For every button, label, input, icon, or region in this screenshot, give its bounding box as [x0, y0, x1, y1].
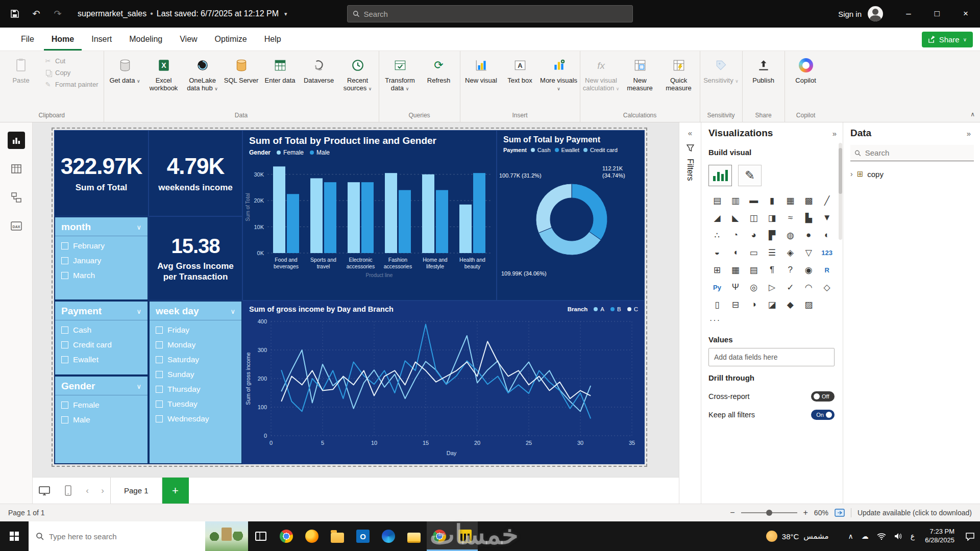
keep-all-filters-toggle[interactable]: On: [811, 410, 835, 420]
slicer-payment[interactable]: Payment∨CashCredit cardEwallet: [54, 300, 149, 375]
gauge-alt-icon[interactable]: ◠: [800, 279, 817, 295]
build-visual-mode-button[interactable]: [708, 165, 732, 186]
checkbox[interactable]: [61, 416, 68, 423]
checkbox[interactable]: [61, 257, 68, 264]
refresh-button[interactable]: ⟳ Refresh: [420, 54, 458, 84]
slicer-week-day[interactable]: week day∨FridayMondaySaturdaySundayThurs…: [149, 300, 242, 464]
taskbar-search-input[interactable]: [49, 532, 166, 541]
slicer-header[interactable]: Gender∨: [55, 377, 148, 395]
slicer-header[interactable]: month∨: [55, 217, 148, 236]
next-page-button[interactable]: ›: [95, 478, 110, 504]
recent-sources-button[interactable]: Recent sources ∨: [339, 54, 377, 92]
collapse-visualizations-icon[interactable]: »: [832, 129, 837, 138]
title-chevron-icon[interactable]: ▾: [284, 11, 287, 17]
filters-pane-collapsed[interactable]: « Filters: [679, 122, 701, 504]
hundred-stacked-column-chart-icon[interactable]: ▩: [800, 192, 817, 209]
chrome-window-icon[interactable]: [427, 521, 452, 551]
taskbar-search-box[interactable]: [29, 521, 248, 551]
qa-visual-icon[interactable]: ?: [781, 262, 799, 278]
text-box-button[interactable]: A Text box: [501, 54, 539, 84]
area-chart-icon[interactable]: ◢: [708, 210, 726, 226]
enter-data-button[interactable]: Enter data: [261, 54, 299, 84]
table-icon[interactable]: ⊞: [708, 262, 726, 278]
checkbox[interactable]: [61, 327, 68, 334]
report-page[interactable]: 322.97K Sum of Total 4.79K weekends inco…: [54, 130, 645, 464]
ribbon-chart-icon[interactable]: ≈: [781, 210, 799, 226]
chevron-down-icon[interactable]: ∨: [136, 383, 141, 390]
more-visuals-button[interactable]: More visuals ∨: [540, 54, 578, 92]
matrix-icon[interactable]: ▦: [727, 262, 744, 278]
checkbox[interactable]: [156, 386, 163, 393]
line-and-clustered-column-chart-icon[interactable]: ◨: [764, 210, 781, 226]
undo-icon[interactable]: ↶: [31, 8, 42, 19]
gauge-icon[interactable]: ◖: [727, 244, 744, 261]
publish-button[interactable]: Publish: [745, 54, 782, 84]
menu-item-home[interactable]: Home: [44, 28, 82, 51]
custom-visual-1-icon[interactable]: ◑: [745, 296, 763, 313]
menu-item-help[interactable]: Help: [257, 28, 289, 51]
legend-item[interactable]: Female: [277, 149, 304, 156]
menu-item-modeling[interactable]: Modeling: [121, 28, 170, 51]
dataverse-button[interactable]: Dataverse: [300, 54, 338, 84]
checkbox[interactable]: [156, 356, 163, 363]
format-visual-mode-button[interactable]: ✎: [738, 165, 762, 186]
slicer-option[interactable]: Female: [61, 400, 141, 410]
desktop-layout-button[interactable]: [33, 478, 56, 504]
custom-visual-2-icon[interactable]: ◪: [764, 296, 781, 313]
zoom-in-button[interactable]: +: [803, 508, 808, 517]
funnel-chart-icon[interactable]: ▼: [818, 210, 836, 226]
waterfall-chart-icon[interactable]: ▙: [800, 210, 817, 226]
taskbar-clock[interactable]: 7:23 PM 6/28/2025: [925, 528, 954, 545]
weather-widget[interactable]: 38°C مشمس: [766, 531, 829, 542]
report-canvas[interactable]: 322.97K Sum of Total 4.79K weekends inco…: [33, 122, 679, 477]
new-visual-calculation-button[interactable]: fx New visual calculation ∨: [582, 54, 620, 92]
update-available-link[interactable]: Update available (click to download): [857, 509, 972, 517]
get-data-button[interactable]: Get data ∨: [106, 54, 144, 84]
slicer-option[interactable]: Friday: [156, 325, 235, 335]
legend-item[interactable]: C: [627, 306, 638, 312]
checkbox[interactable]: [156, 415, 163, 422]
outlook-icon[interactable]: O: [350, 521, 376, 551]
add-page-button[interactable]: +: [162, 478, 189, 504]
slicer-option[interactable]: Saturday: [156, 355, 235, 364]
menu-item-optimize[interactable]: Optimize: [207, 28, 255, 51]
checkbox[interactable]: [61, 242, 68, 249]
checkbox[interactable]: [156, 371, 163, 378]
data-search-input[interactable]: [865, 148, 970, 157]
share-button[interactable]: Share ∨: [922, 32, 973, 47]
dax-query-view-button[interactable]: DAX: [8, 217, 25, 235]
legend-item[interactable]: Cash: [531, 147, 551, 153]
minimize-button[interactable]: –: [894, 0, 923, 28]
wifi-icon[interactable]: [877, 533, 886, 540]
slicer-option[interactable]: Wednesday: [156, 414, 235, 423]
map-icon[interactable]: ◍: [781, 227, 799, 243]
menu-item-insert[interactable]: Insert: [84, 28, 119, 51]
scatter-chart-icon[interactable]: ∴: [708, 227, 726, 243]
edge-icon[interactable]: [376, 521, 401, 551]
slicer-option[interactable]: Thursday: [156, 385, 235, 394]
metrics-icon[interactable]: ✓: [781, 279, 799, 295]
excel-workbook-button[interactable]: X Excel workbook: [145, 54, 183, 92]
chevron-down-icon[interactable]: ∨: [136, 308, 141, 315]
transform-data-button[interactable]: Transform data ∨: [381, 54, 419, 92]
file-explorer-icon[interactable]: [401, 521, 427, 551]
table-view-button[interactable]: [8, 160, 25, 178]
volume-icon[interactable]: [894, 533, 902, 540]
onedrive-folder-icon[interactable]: [325, 521, 350, 551]
slicer-header[interactable]: Payment∨: [55, 302, 148, 320]
checkbox[interactable]: [156, 341, 163, 348]
slicer-month[interactable]: month∨FebruaryJanuaryMarch: [54, 216, 149, 300]
donut-chart-plot[interactable]: 100.77K (31.2%)112.21K(34.74%)109.99K (3…: [497, 153, 644, 282]
card-icon[interactable]: ▭: [745, 244, 763, 261]
stacked-column-chart-icon[interactable]: ▥: [727, 192, 744, 209]
menu-item-view[interactable]: View: [172, 28, 205, 51]
smart-narrative-icon[interactable]: ¶: [764, 262, 781, 278]
previous-page-button[interactable]: ‹: [80, 478, 95, 504]
legend-item[interactable]: Male: [310, 149, 330, 156]
azure-map-icon[interactable]: ◒: [708, 244, 726, 261]
copy-button[interactable]: Copy: [41, 68, 102, 78]
line-chart-plot[interactable]: 010020030040005101520253035Sum of gross …: [243, 314, 644, 462]
line-chart-icon[interactable]: ╱: [818, 192, 836, 209]
zoom-slider[interactable]: [741, 512, 797, 513]
checkbox[interactable]: [61, 356, 68, 363]
